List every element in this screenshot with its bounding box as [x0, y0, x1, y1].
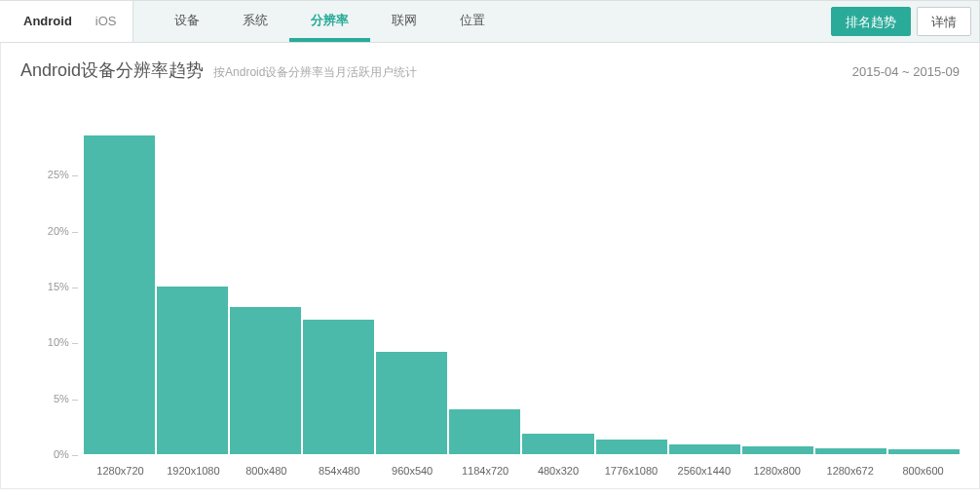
date-range: 2015-04 ~ 2015-09 — [852, 64, 960, 79]
bar-slot — [376, 119, 447, 454]
x-label: 1776x1080 — [594, 465, 667, 477]
details-button[interactable]: 详情 — [917, 7, 971, 36]
bar[interactable] — [888, 449, 960, 454]
bar-slot — [596, 119, 667, 454]
bar-slot — [230, 119, 301, 454]
chart-title: Android设备分辨率趋势 — [20, 58, 204, 82]
bar-slot — [888, 119, 960, 454]
bar-slot — [449, 119, 520, 454]
bar[interactable] — [596, 440, 667, 454]
x-label: 800x480 — [230, 465, 303, 477]
bar-slot — [84, 119, 155, 454]
metric-tab-3[interactable]: 联网 — [370, 1, 438, 42]
bar-slot — [157, 119, 228, 454]
y-tick: 20%– — [35, 225, 78, 237]
platform-tab-ios[interactable]: iOS — [84, 0, 129, 43]
ranking-trend-button[interactable]: 排名趋势 — [831, 7, 911, 36]
bar[interactable] — [84, 135, 155, 454]
x-label: 800x600 — [886, 465, 960, 477]
bar[interactable] — [815, 448, 886, 454]
y-tick: 25%– — [35, 169, 78, 180]
chart-area: 0%–5%–10%–15%–20%–25%– 1280x7201920x1080… — [0, 90, 980, 489]
plot: 0%–5%–10%–15%–20%–25%– — [84, 119, 960, 454]
x-label: 960x540 — [376, 465, 449, 477]
x-axis-labels: 1280x7201920x1080800x480854x480960x54011… — [84, 465, 960, 477]
metric-tabs: 设备系统分辨率联网位置 — [133, 1, 507, 42]
metric-tab-4[interactable]: 位置 — [438, 1, 507, 42]
bar[interactable] — [303, 320, 374, 454]
bars-container — [84, 119, 960, 454]
x-label: 480x320 — [522, 465, 595, 477]
bar-slot — [522, 119, 593, 454]
bar-slot — [303, 119, 374, 454]
bar[interactable] — [230, 307, 301, 454]
x-label: 1280x720 — [84, 465, 157, 477]
bar[interactable] — [742, 446, 813, 454]
toolbar: AndroidiOS 设备系统分辨率联网位置 排名趋势 详情 — [0, 0, 980, 43]
x-label: 2560x1440 — [667, 465, 740, 477]
chart-header: Android设备分辨率趋势 按Android设备分辨率当月活跃用户统计 201… — [0, 43, 980, 90]
y-tick: 5%– — [35, 393, 78, 404]
bar-slot — [742, 119, 813, 454]
bar[interactable] — [157, 287, 228, 454]
metric-tab-2[interactable]: 分辨率 — [289, 1, 370, 42]
platform-tabs: AndroidiOS — [0, 1, 133, 42]
y-tick: 0%– — [35, 448, 78, 460]
y-tick: 15%– — [35, 281, 78, 292]
bar[interactable] — [522, 434, 593, 454]
x-label: 1920x1080 — [157, 465, 230, 477]
chart-subtitle: 按Android设备分辨率当月活跃用户统计 — [213, 64, 852, 81]
bar-slot — [815, 119, 886, 454]
toolbar-buttons: 排名趋势 详情 — [831, 7, 971, 36]
bar[interactable] — [376, 352, 447, 454]
bar-slot — [669, 119, 740, 454]
x-label: 1280x672 — [813, 465, 886, 477]
metric-tab-1[interactable]: 系统 — [221, 1, 289, 42]
x-label: 1280x800 — [740, 465, 813, 477]
metric-tab-0[interactable]: 设备 — [153, 1, 221, 42]
x-label: 1184x720 — [449, 465, 522, 477]
platform-tab-android[interactable]: Android — [12, 0, 84, 43]
y-tick: 10%– — [35, 336, 78, 348]
bar[interactable] — [449, 409, 520, 454]
bar[interactable] — [669, 444, 740, 454]
x-label: 854x480 — [303, 465, 376, 477]
